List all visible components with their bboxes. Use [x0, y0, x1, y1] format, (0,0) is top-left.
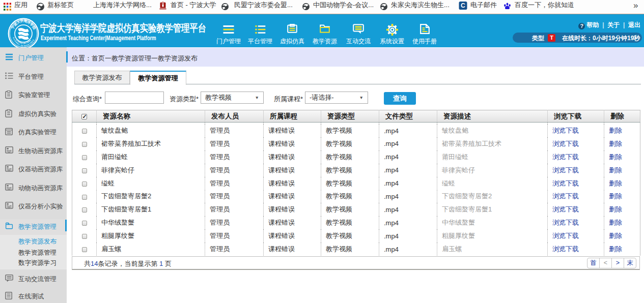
svg-text:C: C	[461, 2, 465, 9]
svg-text:O: O	[21, 42, 22, 44]
svg-text:S: S	[32, 39, 35, 41]
